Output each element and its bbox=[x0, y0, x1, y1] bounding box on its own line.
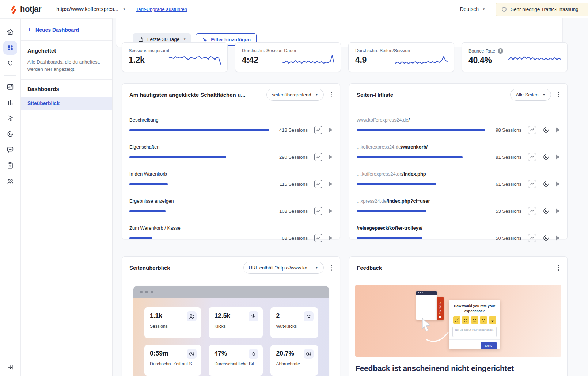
url-path: /reisegepaeck/koffer-trolleys/ bbox=[357, 225, 422, 231]
new-dashboard-button[interactable]: + Neues Dashboard bbox=[21, 19, 112, 41]
pinned-description: Alle Dashboards, die du anheftest, werde… bbox=[27, 58, 108, 73]
sparkline-chart bbox=[507, 52, 562, 68]
play-recordings-icon[interactable] bbox=[556, 154, 560, 160]
mini-browser-window bbox=[416, 291, 437, 320]
page-row: ...kofferexpress24.de/warenkorb/ 81 Sess… bbox=[357, 144, 560, 161]
overview-tile-rage-clicks: 2 Wut-Klicks bbox=[270, 307, 318, 338]
metric-row: Eigenschaften 290 Sessions bbox=[129, 144, 333, 161]
sessions-count: 81 Sessions bbox=[490, 154, 521, 160]
card-title: Seitenüberblick bbox=[129, 265, 170, 271]
view-trend-icon[interactable] bbox=[528, 234, 536, 242]
bar-track bbox=[129, 210, 269, 212]
view-trend-icon[interactable] bbox=[528, 207, 536, 215]
kpi-card-bounce-rate: Bounce-Ratei 40.4% bbox=[462, 42, 568, 72]
play-recordings-icon[interactable] bbox=[556, 235, 560, 241]
nav-heatmaps-icon[interactable] bbox=[3, 127, 17, 141]
pages-scope-dropdown[interactable]: Alle Seiten ▼ bbox=[510, 89, 551, 101]
bar-track bbox=[129, 183, 269, 185]
play-recordings-icon[interactable] bbox=[329, 208, 333, 214]
dashboard-sidebar: + Neues Dashboard Angeheftet Alle Dashbo… bbox=[21, 18, 113, 376]
sparkline-chart bbox=[394, 52, 449, 68]
scroll-depth-icon bbox=[249, 349, 258, 359]
url-path: /index.php bbox=[402, 171, 426, 177]
bar bbox=[129, 210, 166, 212]
plus-icon: + bbox=[27, 28, 31, 32]
card-menu-kebab-icon[interactable] bbox=[557, 264, 561, 272]
bar bbox=[357, 183, 436, 185]
url-path: / bbox=[408, 117, 410, 123]
emoji-angry-icon bbox=[453, 316, 460, 324]
view-trend-icon[interactable] bbox=[528, 180, 536, 188]
kpi-card-sessions: Sessions insgesamt 1.2k bbox=[122, 42, 228, 72]
clock-icon bbox=[187, 349, 197, 359]
nav-insights-icon[interactable] bbox=[3, 57, 17, 70]
play-recordings-icon[interactable] bbox=[556, 208, 560, 214]
status-ring-icon bbox=[502, 7, 507, 12]
sessions-count: 50 Sessions bbox=[490, 235, 521, 241]
feedback-question: How would you rate your experience? bbox=[452, 303, 497, 314]
view-trend-icon[interactable] bbox=[314, 180, 322, 188]
heatmap-icon[interactable] bbox=[542, 207, 550, 215]
url-filter-dropdown[interactable]: URL enthält "https://www.ko... ▼ bbox=[243, 262, 324, 274]
view-trend-icon[interactable] bbox=[314, 207, 322, 215]
nav-users-icon[interactable] bbox=[3, 174, 17, 188]
heatmap-icon[interactable] bbox=[542, 180, 550, 188]
users-icon bbox=[187, 311, 197, 321]
sidebar-item-siteueberblick[interactable]: Siteüberblick bbox=[21, 97, 112, 110]
sessions-count: 418 Sessions bbox=[274, 127, 308, 133]
bar-track bbox=[357, 129, 485, 131]
bar bbox=[357, 129, 485, 131]
upgrade-plan-link[interactable]: Tarif-Upgrade ausführen bbox=[136, 7, 187, 12]
metric-label: In den Warenkorb bbox=[129, 171, 333, 177]
click-cursor-icon bbox=[249, 311, 258, 321]
view-trend-icon[interactable] bbox=[314, 153, 322, 161]
scope-dropdown-label: seitenübergreifend bbox=[272, 92, 311, 97]
view-trend-icon[interactable] bbox=[528, 153, 536, 161]
play-recordings-icon[interactable] bbox=[329, 154, 333, 160]
heatmap-icon[interactable] bbox=[542, 234, 550, 242]
browser-chrome bbox=[133, 286, 329, 298]
collapse-sidebar-icon[interactable] bbox=[0, 364, 21, 371]
nav-feedback-icon[interactable] bbox=[3, 143, 17, 157]
nav-funnels-icon[interactable] bbox=[3, 96, 17, 110]
bar-track bbox=[357, 237, 485, 239]
heatmap-icon[interactable] bbox=[542, 153, 550, 161]
card-title: Feedback bbox=[357, 265, 382, 271]
sessions-count: 108 Sessions bbox=[274, 208, 308, 214]
mini-browser-titlebar bbox=[416, 291, 437, 295]
play-recordings-icon[interactable] bbox=[329, 181, 333, 187]
feedback-tab-label: Feedback bbox=[439, 302, 441, 314]
language-dropdown[interactable]: Deutsch ▼ bbox=[460, 6, 485, 12]
sessions-count: 68 Sessions bbox=[274, 235, 308, 241]
traffic-alert-banner[interactable]: Sehr niedrige Traffic-Erfassung bbox=[496, 3, 588, 16]
play-recordings-icon[interactable] bbox=[329, 127, 333, 133]
bar-track bbox=[357, 183, 485, 185]
play-recordings-icon[interactable] bbox=[329, 235, 333, 241]
tile-label: Durchschnittliche Bil... bbox=[214, 361, 257, 367]
play-recordings-icon[interactable] bbox=[556, 127, 560, 133]
feedback-illustration: Feedback How would you rate your experie… bbox=[355, 285, 561, 357]
site-selector-label: https://www.kofferexpres... bbox=[56, 6, 118, 12]
card-menu-kebab-icon[interactable] bbox=[557, 91, 561, 99]
sparkline-chart bbox=[281, 52, 335, 68]
view-trend-icon[interactable] bbox=[314, 234, 322, 242]
nav-recordings-icon[interactable] bbox=[3, 111, 17, 125]
scope-dropdown[interactable]: seitenübergreifend ▼ bbox=[266, 89, 324, 101]
hotjar-logo[interactable]: hotjar bbox=[10, 4, 41, 14]
view-trend-icon[interactable] bbox=[528, 126, 536, 134]
card-menu-kebab-icon[interactable] bbox=[329, 91, 334, 99]
emoji-happy-icon bbox=[480, 316, 487, 324]
card-menu-kebab-icon[interactable] bbox=[329, 264, 334, 272]
page-overview-card: Seitenüberblick URL enthält "https://www… bbox=[122, 256, 340, 376]
nav-dashboards-icon[interactable] bbox=[3, 41, 17, 55]
site-selector-dropdown[interactable]: https://www.kofferexpres... ▼ bbox=[56, 6, 126, 12]
nav-surveys-icon[interactable] bbox=[3, 158, 17, 172]
info-icon[interactable]: i bbox=[498, 48, 503, 54]
heatmap-icon[interactable] bbox=[542, 126, 550, 134]
chevron-down-icon: ▼ bbox=[183, 38, 186, 41]
view-trend-icon[interactable] bbox=[314, 126, 322, 134]
nav-home-icon[interactable] bbox=[3, 25, 17, 39]
nav-trends-icon[interactable] bbox=[3, 80, 17, 94]
play-recordings-icon[interactable] bbox=[556, 181, 560, 187]
bar bbox=[357, 210, 426, 212]
